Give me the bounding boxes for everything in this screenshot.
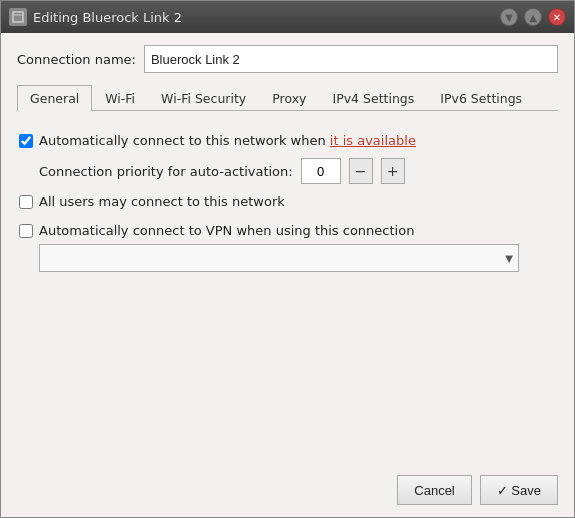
priority-increment-button[interactable]: + [381,158,405,184]
titlebar-left: Editing Bluerock Link 2 [9,8,182,26]
auto-connect-checkbox[interactable] [19,134,33,148]
vpn-select-wrap [39,244,519,272]
all-users-label[interactable]: All users may connect to this network [39,194,285,209]
auto-connect-row: Automatically connect to this network wh… [19,133,556,148]
app-icon [9,8,27,26]
priority-input[interactable] [301,158,341,184]
vpn-dropdown-row [39,244,556,272]
close-icon: ✕ [553,12,561,23]
cancel-button[interactable]: Cancel [397,475,471,505]
connection-name-label: Connection name: [17,52,136,67]
close-button[interactable]: ✕ [548,8,566,26]
maximize-icon: ▲ [529,12,537,23]
tab-wifi[interactable]: Wi-Fi [92,85,148,111]
auto-connect-label[interactable]: Automatically connect to this network wh… [39,133,416,148]
all-users-checkbox[interactable] [19,195,33,209]
window-title: Editing Bluerock Link 2 [33,10,182,25]
maximize-button[interactable]: ▲ [524,8,542,26]
priority-decrement-button[interactable]: − [349,158,373,184]
titlebar: Editing Bluerock Link 2 ▼ ▲ ✕ [1,1,574,33]
tab-ipv6-settings[interactable]: IPv6 Settings [427,85,535,111]
minus-icon: − [355,163,367,179]
tab-ipv4-settings[interactable]: IPv4 Settings [319,85,427,111]
vpn-select[interactable] [39,244,519,272]
minimize-button[interactable]: ▼ [500,8,518,26]
tab-content-general: Automatically connect to this network wh… [17,127,558,455]
tab-general[interactable]: General [17,85,92,111]
priority-label: Connection priority for auto-activation: [39,164,293,179]
plus-icon: + [387,163,399,179]
tab-wifi-security[interactable]: Wi-Fi Security [148,85,259,111]
connection-name-row: Connection name: [17,45,558,73]
dialog-window: Editing Bluerock Link 2 ▼ ▲ ✕ Connection… [0,0,575,518]
svg-rect-0 [13,12,23,22]
minimize-icon: ▼ [505,12,513,23]
connection-name-input[interactable] [144,45,558,73]
priority-row: Connection priority for auto-activation:… [39,158,556,184]
tabs-bar: General Wi-Fi Wi-Fi Security Proxy IPv4 … [17,85,558,111]
tab-proxy[interactable]: Proxy [259,85,319,111]
vpn-connect-label[interactable]: Automatically connect to VPN when using … [39,223,414,238]
all-users-row: All users may connect to this network [19,194,556,209]
vpn-checkbox-row: Automatically connect to VPN when using … [19,223,556,238]
button-bar: Cancel ✓ Save [1,467,574,517]
vpn-connect-checkbox[interactable] [19,224,33,238]
vpn-section: Automatically connect to VPN when using … [19,223,556,272]
highlight-text: it is available [330,133,416,148]
titlebar-controls: ▼ ▲ ✕ [500,8,566,26]
spacer [19,282,556,449]
save-button[interactable]: ✓ Save [480,475,558,505]
content-area: Connection name: General Wi-Fi Wi-Fi Sec… [1,33,574,467]
